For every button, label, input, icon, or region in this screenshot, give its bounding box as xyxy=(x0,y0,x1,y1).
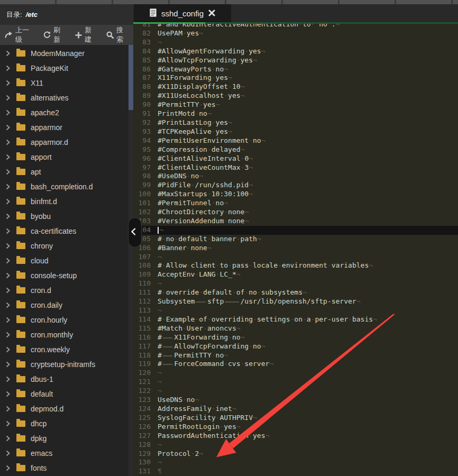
code-line[interactable]: 98 #UseDNS·no¬ xyxy=(133,172,458,181)
chevron-right-icon[interactable] xyxy=(6,228,13,234)
code-line[interactable]: 113 ¬ xyxy=(133,306,458,315)
code-line[interactable]: 117 #AllowTcpForwarding·no¬ xyxy=(133,342,458,351)
up-level-button[interactable]: 上一级 xyxy=(0,25,39,45)
tree-item[interactable]: cryptsetup-initramfs xyxy=(0,357,133,372)
chevron-right-icon[interactable] xyxy=(6,391,13,397)
chevron-right-icon[interactable] xyxy=(6,435,13,442)
new-button[interactable]: 新建 xyxy=(70,25,102,45)
chevron-right-icon[interactable] xyxy=(6,258,13,264)
code-line[interactable]: 94 #PermitUserEnvironment·no¬ xyxy=(133,136,458,145)
tree-item[interactable]: apport xyxy=(0,150,133,164)
code-line[interactable]: 121 ¬ xyxy=(133,378,458,387)
search-button[interactable]: 搜索 xyxy=(102,25,133,45)
chevron-right-icon[interactable] xyxy=(6,169,13,175)
code-line[interactable]: 120 ¬ xyxy=(133,369,458,378)
tree-item[interactable]: cron.monthly xyxy=(0,327,133,342)
code-line[interactable]: 82 UsePAM·yes¬ xyxy=(133,29,458,38)
tree-item[interactable]: dpkg xyxy=(0,431,133,446)
tree-item[interactable]: X11 xyxy=(0,76,133,90)
chevron-right-icon[interactable] xyxy=(6,317,13,323)
tree-item[interactable]: bash_completion.d xyxy=(0,179,133,194)
code-line[interactable]: 124 AddressFamily·inet¬ xyxy=(133,405,458,414)
code-editor[interactable]: 81 #·and·KbdInteractiveAuthentication·to… xyxy=(133,4,458,476)
chevron-right-icon[interactable] xyxy=(6,109,13,116)
tree-item[interactable]: dbus-1 xyxy=(0,372,133,387)
chevron-right-icon[interactable] xyxy=(6,95,13,101)
code-line[interactable]: 131 ¶ xyxy=(133,467,458,476)
code-line[interactable]: 104 ¬ xyxy=(133,226,458,235)
chevron-right-icon[interactable] xyxy=(6,465,13,471)
code-line[interactable]: 93 #TCPKeepAlive·yes¬ xyxy=(133,127,458,136)
tree-item[interactable]: apparmor xyxy=(0,120,133,135)
tree-item[interactable]: binfmt.d xyxy=(0,194,133,209)
tree-item[interactable]: dhcp xyxy=(0,416,133,431)
tree-item[interactable]: apt xyxy=(0,164,133,179)
tree-item[interactable]: cron.hourly xyxy=(0,313,133,327)
code-line[interactable]: 107 ¬ xyxy=(133,253,458,262)
code-line[interactable]: 118 #PermitTTY·no¬ xyxy=(133,351,458,360)
close-icon[interactable] xyxy=(208,9,215,18)
chevron-right-icon[interactable] xyxy=(6,346,13,353)
tab-sshd-config[interactable]: sshd_config xyxy=(134,4,231,22)
code-line[interactable]: 89 #X11UseLocalhost·yes¬ xyxy=(133,91,458,100)
chevron-right-icon[interactable] xyxy=(6,80,13,86)
code-line[interactable]: 88 #X11DisplayOffset·10¬ xyxy=(133,83,458,91)
code-line[interactable]: 115 #Match·User·anoncvs¬ xyxy=(133,324,458,333)
tree-item[interactable]: PackageKit xyxy=(0,61,133,76)
tree-item[interactable]: cron.daily xyxy=(0,298,133,313)
chevron-right-icon[interactable] xyxy=(6,243,13,249)
tree-item[interactable]: chrony xyxy=(0,239,133,253)
code-line[interactable]: 108 #·Allow·client·to·pass·locale·enviro… xyxy=(133,261,458,270)
chevron-right-icon[interactable] xyxy=(6,272,13,279)
code-line[interactable]: 83 ¬ xyxy=(133,38,458,47)
chevron-right-icon[interactable] xyxy=(6,406,13,412)
chevron-right-icon[interactable] xyxy=(6,184,13,190)
sidebar-collapse-handle[interactable] xyxy=(128,217,142,248)
code-line[interactable]: 126 PermitRootLogin·yes¬ xyxy=(133,423,458,432)
chevron-right-icon[interactable] xyxy=(6,50,13,57)
code-line[interactable]: 116 #X11Forwarding·no¬ xyxy=(133,333,458,342)
tree-item[interactable]: default xyxy=(0,387,133,401)
tree-item[interactable]: ca-certificates xyxy=(0,224,133,239)
code-line[interactable]: 105 #·no·default·banner·path¬ xyxy=(133,235,458,244)
tree-item[interactable]: apache2 xyxy=(0,105,133,120)
code-line[interactable]: 125 SyslogFacility·AUTHPRIV¬ xyxy=(133,414,458,423)
code-line[interactable]: 91 PrintMotd·no¬ xyxy=(133,109,458,118)
code-line[interactable]: 90 #PermitTTY·yes¬ xyxy=(133,100,458,109)
chevron-right-icon[interactable] xyxy=(6,287,13,294)
code-line[interactable]: 86 #GatewayPorts·no¬ xyxy=(133,65,458,74)
code-line[interactable]: 110 ¬ xyxy=(133,279,458,288)
code-line[interactable]: 122 ¬ xyxy=(133,387,458,396)
code-line[interactable]: 101 #PermitTunnel·no¬ xyxy=(133,199,458,208)
code-line[interactable]: 129 Protocol·2¬ xyxy=(133,450,458,459)
sidebar-scrollbar[interactable] xyxy=(129,45,133,476)
code-line[interactable]: 99 #PidFile·/run/sshd.pid¬ xyxy=(133,181,458,190)
code-line[interactable]: 103 #VersionAddendum·none¬ xyxy=(133,217,458,226)
tree-item[interactable]: apparmor.d xyxy=(0,135,133,150)
chevron-right-icon[interactable] xyxy=(6,65,13,71)
code-line[interactable]: 123 UseDNS·no¬ xyxy=(133,396,458,405)
tree-item[interactable]: byobu xyxy=(0,209,133,224)
code-line[interactable]: 92 #PrintLastLog·yes¬ xyxy=(133,118,458,127)
code-line[interactable]: 100 #MaxStartups·10:30:100¬ xyxy=(133,190,458,199)
chevron-right-icon[interactable] xyxy=(6,124,13,131)
code-line[interactable]: 112 Subsystemsftp/usr/lib/openssh/sftp-s… xyxy=(133,297,458,306)
tree-item[interactable]: cron.weekly xyxy=(0,342,133,357)
code-line[interactable]: 87 X11Forwarding·yes¬ xyxy=(133,74,458,83)
chevron-right-icon[interactable] xyxy=(6,198,13,205)
code-line[interactable]: 102 #ChrootDirectory·none¬ xyxy=(133,208,458,217)
chevron-right-icon[interactable] xyxy=(6,139,13,145)
code-line[interactable]: 95 #Compression·delayed¬ xyxy=(133,145,458,154)
scrollbar-thumb[interactable] xyxy=(129,45,133,110)
tree-item[interactable]: emacs xyxy=(0,446,133,461)
code-line[interactable]: 119 #ForceCommand·cvs·server¬ xyxy=(133,360,458,369)
chevron-right-icon[interactable] xyxy=(6,361,13,368)
refresh-button[interactable]: 刷新 xyxy=(39,25,70,45)
code-line[interactable]: 85 #AllowTcpForwarding·yes¬ xyxy=(133,56,458,65)
tree-item[interactable]: fonts xyxy=(0,461,133,475)
code-line[interactable]: 106 #Banner·none¬ xyxy=(133,244,458,253)
code-line[interactable]: 127 PasswordAuthentication·yes¬ xyxy=(133,432,458,441)
chevron-right-icon[interactable] xyxy=(6,332,13,338)
chevron-right-icon[interactable] xyxy=(6,154,13,160)
chevron-right-icon[interactable] xyxy=(6,213,13,219)
